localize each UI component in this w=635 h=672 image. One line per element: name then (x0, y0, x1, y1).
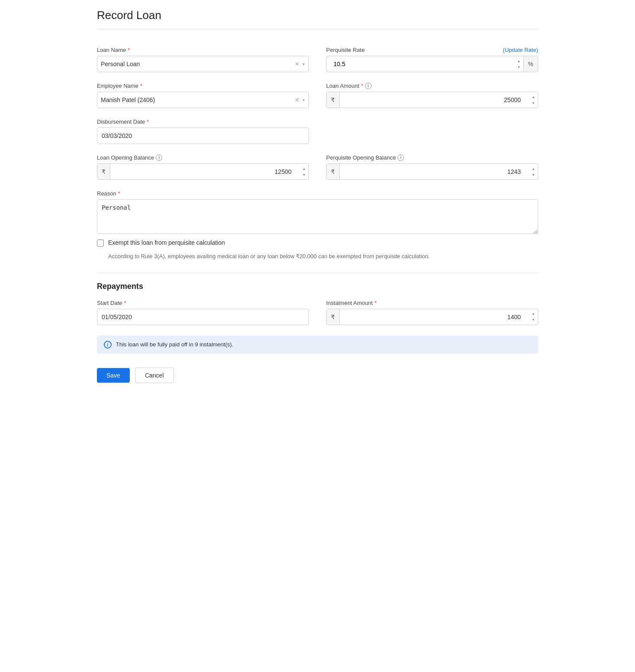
loan-amount-inner: ▲ ▼ (340, 92, 538, 108)
perquisite-rate-up[interactable]: ▲ (516, 58, 523, 64)
disbursement-date-label: Disbursement Date* (97, 118, 309, 125)
exemption-note: According to Rule 3(A), employees availi… (108, 252, 538, 261)
loan-name-label: Loan Name* (97, 47, 309, 53)
instalment-amount-inner: ▲ ▼ (340, 309, 538, 325)
loan-opening-balance-spinners: ▲ ▼ (301, 166, 308, 178)
repayments-title: Repayments (97, 282, 538, 291)
exempt-checkbox-row: Exempt this loan from perquisite calcula… (97, 239, 538, 249)
perquisite-opening-balance-field[interactable] (340, 164, 538, 179)
perquisite-rate-wrapper: ▲ ▼ % (326, 56, 538, 72)
perquisite-rate-field[interactable] (330, 56, 520, 72)
loan-opening-balance-label: Loan Opening Balance i (97, 154, 309, 161)
employee-name-select-wrapper[interactable]: Manish Patel (2406) ✕ ▾ (97, 92, 309, 108)
loan-amount-down[interactable]: ▼ (530, 100, 537, 106)
loan-opening-balance-currency: ₹ (97, 164, 110, 179)
instalment-amount-field[interactable] (340, 309, 538, 325)
perquisite-opening-balance-down[interactable]: ▼ (530, 172, 537, 178)
perquisite-opening-balance-up[interactable]: ▲ (530, 166, 537, 172)
disbursement-date-spacer (326, 118, 538, 144)
page-title: Record Loan (97, 9, 538, 29)
loan-amount-label: Loan Amount* i (326, 83, 538, 89)
perquisite-rate-label: Perquisite Rate (Update Rate) (326, 47, 538, 53)
employee-name-arrow-icon[interactable]: ▾ (302, 97, 305, 103)
instalment-amount-group: Instalment Amount* ₹ ▲ ▼ (326, 300, 538, 325)
exempt-checkbox[interactable] (97, 240, 104, 246)
start-date-group: Start Date* (97, 300, 309, 325)
loan-amount-field[interactable] (340, 92, 538, 108)
employee-name-clear-icon[interactable]: ✕ (295, 96, 300, 103)
instalment-amount-spinners: ▲ ▼ (530, 311, 537, 323)
loan-amount-group: Loan Amount* i ₹ ▲ ▼ (326, 83, 538, 108)
info-banner-icon: i (104, 341, 112, 349)
perquisite-rate-input[interactable]: ▲ ▼ (327, 56, 523, 72)
loan-opening-balance-field[interactable] (110, 164, 308, 179)
loan-opening-balance-group: Loan Opening Balance i ₹ ▲ ▼ (97, 154, 309, 180)
exempt-checkbox-label[interactable]: Exempt this loan from perquisite calcula… (108, 239, 225, 246)
loan-opening-balance-up[interactable]: ▲ (301, 166, 308, 172)
loan-name-arrow-icon[interactable]: ▾ (302, 61, 305, 67)
loan-name-select-wrapper[interactable]: Personal Loan ✕ ▾ (97, 56, 309, 72)
perquisite-opening-balance-currency: ₹ (327, 164, 340, 179)
perquisite-opening-balance-spinners: ▲ ▼ (530, 166, 537, 178)
instalment-amount-label: Instalment Amount* (326, 300, 538, 306)
instalment-amount-wrapper: ₹ ▲ ▼ (326, 309, 538, 325)
start-date-label: Start Date* (97, 300, 309, 306)
disbursement-date-field[interactable] (97, 128, 309, 144)
loan-amount-spinners: ▲ ▼ (530, 94, 537, 106)
info-banner-text: This loan will be fully paid off in 9 in… (116, 341, 233, 348)
perquisite-opening-balance-wrapper: ₹ ▲ ▼ (326, 163, 538, 180)
loan-amount-info-icon: i (365, 83, 372, 89)
employee-name-value: Manish Patel (2406) (101, 96, 295, 103)
info-banner: i This loan will be fully paid off in 9 … (97, 336, 538, 354)
perquisite-opening-balance-info-icon: i (398, 154, 404, 161)
loan-name-select-icons: ✕ ▾ (295, 61, 305, 67)
loan-opening-balance-inner: ▲ ▼ (110, 164, 308, 179)
loan-name-clear-icon[interactable]: ✕ (295, 61, 300, 67)
reason-label: Reason* (97, 190, 538, 197)
loan-opening-balance-info-icon: i (156, 154, 162, 161)
save-button[interactable]: Save (97, 368, 130, 383)
perquisite-opening-balance-inner: ▲ ▼ (340, 164, 538, 179)
perquisite-rate-down[interactable]: ▼ (516, 64, 523, 70)
loan-amount-up[interactable]: ▲ (530, 94, 537, 100)
percent-suffix: % (523, 56, 538, 72)
reason-group: Reason* Personal (97, 190, 538, 234)
perquisite-rate-group: Perquisite Rate (Update Rate) ▲ ▼ % (326, 47, 538, 72)
perquisite-opening-balance-label: Perquisite Opening Balance i (326, 154, 538, 161)
action-row: Save Cancel (97, 368, 538, 383)
loan-opening-balance-wrapper: ₹ ▲ ▼ (97, 163, 309, 180)
loan-opening-balance-down[interactable]: ▼ (301, 172, 308, 178)
instalment-amount-currency: ₹ (327, 309, 340, 325)
loan-name-group: Loan Name* Personal Loan ✕ ▾ (97, 47, 309, 72)
perquisite-opening-balance-group: Perquisite Opening Balance i ₹ ▲ ▼ (326, 154, 538, 180)
instalment-amount-down[interactable]: ▼ (530, 317, 537, 323)
start-date-field[interactable] (97, 309, 309, 325)
instalment-amount-up[interactable]: ▲ (530, 311, 537, 317)
loan-amount-currency: ₹ (327, 92, 340, 108)
perquisite-rate-spinners: ▲ ▼ (516, 58, 523, 70)
loan-name-value: Personal Loan (101, 61, 295, 67)
employee-name-group: Employee Name* Manish Patel (2406) ✕ ▾ (97, 83, 309, 108)
repayments-section: Repayments Start Date* Instalment Amount… (97, 282, 538, 354)
loan-amount-wrapper: ₹ ▲ ▼ (326, 92, 538, 108)
disbursement-date-group: Disbursement Date* (97, 118, 309, 144)
reason-field[interactable]: Personal (97, 199, 538, 234)
employee-name-label: Employee Name* (97, 83, 309, 89)
cancel-button[interactable]: Cancel (135, 368, 174, 383)
update-rate-link[interactable]: (Update Rate) (503, 47, 538, 53)
employee-name-select-icons: ✕ ▾ (295, 96, 305, 103)
